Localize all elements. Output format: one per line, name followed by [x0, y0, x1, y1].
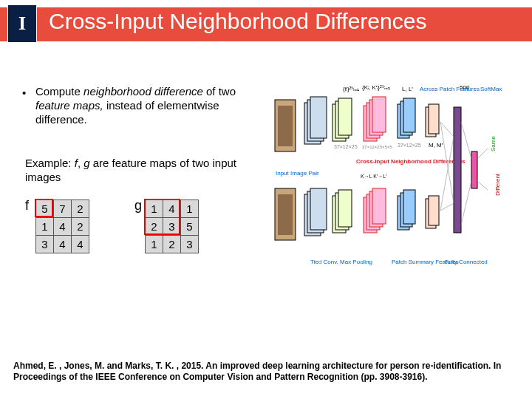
g-0-2: 1: [181, 200, 199, 218]
g-1-2: 5: [181, 218, 199, 236]
svg-rect-23: [372, 188, 386, 224]
g-highlight-box: [144, 199, 180, 235]
svg-rect-6: [310, 97, 327, 138]
f-matrix-label: f: [25, 198, 29, 214]
f-1-1: 4: [54, 218, 72, 236]
label-k5l: K→L K′→L′: [361, 174, 387, 179]
g-2-2: 3: [181, 236, 199, 253]
svg-line-43: [477, 181, 488, 190]
label-fi: {fᵢ}²⁵ᵢ₌₁: [343, 86, 359, 92]
svg-rect-34: [454, 107, 461, 233]
svg-rect-19: [372, 97, 386, 132]
label-ll: L, L′: [402, 86, 413, 92]
svg-line-42: [477, 149, 488, 159]
svg-rect-35: [471, 151, 477, 188]
label-softmax: SoftMax: [480, 86, 502, 92]
g-2-0: 1: [146, 236, 163, 253]
bullet-lead: Compute: [35, 85, 83, 98]
f-2-2: 4: [72, 236, 89, 253]
svg-rect-33: [429, 196, 439, 225]
svg-rect-9: [310, 188, 327, 230]
f-highlight-box: [35, 199, 53, 217]
label-tied: Tied Conv. Max Pooling: [310, 259, 372, 265]
citation-text: Ahmed, E. , Jones, M. and Marks, T. K. ,…: [13, 361, 519, 383]
label-different: Different: [494, 173, 501, 196]
example-comma: ,: [78, 157, 83, 169]
svg-rect-31: [429, 104, 439, 134]
architecture-diagram: Input Image Pair Tied Conv. Max Pooling …: [273, 78, 517, 284]
svg-rect-26: [403, 98, 415, 132]
svg-line-39: [440, 203, 454, 211]
example-lead: Example:: [25, 157, 75, 169]
label-fc: Fully Connected: [445, 259, 488, 265]
f-1-2: 2: [72, 218, 89, 236]
label-input-pair: Input Image Pair: [276, 170, 319, 177]
label-500: 500: [460, 84, 470, 91]
svg-rect-15: [338, 190, 352, 227]
g-matrix-label: g: [134, 198, 142, 214]
label-dims-a: 37×12×25: [334, 144, 358, 149]
svg-rect-3: [278, 194, 293, 235]
label-dims-c: 37×12×25: [398, 143, 421, 148]
svg-rect-12: [338, 98, 352, 135]
example-g: g: [83, 157, 89, 169]
f-0-1: 7: [54, 200, 72, 218]
label-across-patch: Across Patch Features: [420, 86, 480, 92]
f-2-1: 4: [54, 236, 72, 253]
label-kk: {Kᵢ, K′ᵢ}²⁵ᵢ₌₁: [362, 84, 390, 91]
illinois-logo: I: [7, 4, 37, 43]
bullet-italic-1: neighborhood difference: [83, 85, 203, 98]
slide-title: Cross-Input Neighborhood Differences: [49, 9, 426, 34]
bullet-dot-icon: •: [22, 86, 26, 100]
f-1-0: 1: [36, 218, 54, 236]
bullet-mid: of two: [203, 85, 236, 98]
g-2-1: 2: [163, 236, 181, 253]
label-dims-b: 37×12×25×5×5: [362, 145, 392, 149]
svg-line-40: [461, 122, 471, 159]
f-0-2: 2: [72, 200, 89, 218]
bullet-italic-2: feature maps,: [35, 99, 103, 112]
label-same: Same: [490, 136, 497, 151]
svg-rect-1: [278, 106, 293, 146]
f-2-0: 3: [36, 236, 54, 253]
bullet-text: • Compute neighborhood difference of two…: [35, 85, 257, 126]
label-mm: M, M′: [429, 142, 443, 149]
svg-line-41: [461, 181, 471, 225]
svg-rect-29: [403, 190, 415, 224]
example-text: Example: f, g are feature maps of two in…: [25, 157, 247, 185]
